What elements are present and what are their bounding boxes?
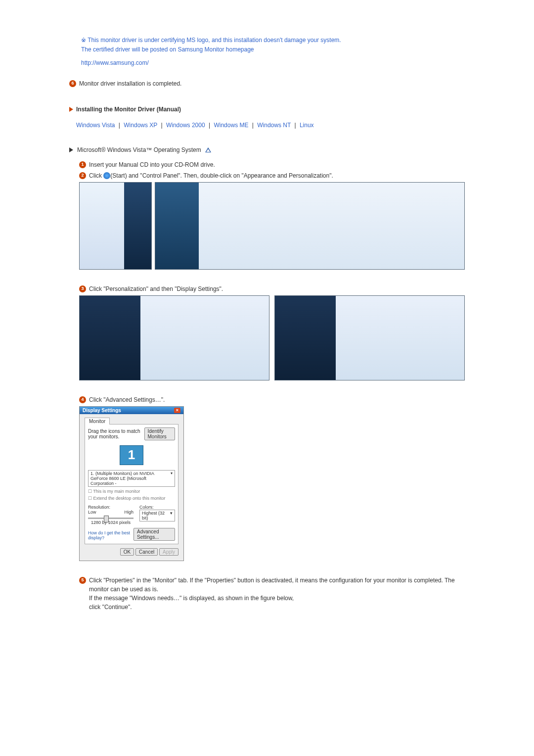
step-5-text: Click "Properties" in the "Monitor" tab.… bbox=[89, 576, 465, 612]
dialog-titlebar: Display Settings × bbox=[80, 407, 183, 414]
step-number-3-icon: 3 bbox=[79, 285, 86, 292]
appearance-screenshot bbox=[79, 295, 269, 380]
cancel-button[interactable]: Cancel bbox=[135, 548, 158, 556]
step-1-text: Insert your Manual CD into your CD-ROM d… bbox=[89, 160, 465, 169]
os-subheader: Microsoft® Windows Vista™ Operating Syst… bbox=[77, 146, 201, 153]
resolution-value: 1280 by 1024 pixels bbox=[88, 520, 134, 525]
apply-button[interactable]: Apply bbox=[159, 548, 178, 556]
os-link-row: Windows Vista | Windows XP | Windows 200… bbox=[76, 122, 465, 129]
extend-desktop-checkbox[interactable]: ☐ Extend the desktop onto this monitor bbox=[88, 496, 175, 501]
notice-marker: ※ bbox=[81, 37, 86, 44]
step-number-5-icon: 5 bbox=[79, 577, 86, 584]
step-number-6-icon: 6 bbox=[69, 80, 76, 87]
link-linux[interactable]: Linux bbox=[300, 122, 314, 129]
dialog-title-text: Display Settings bbox=[83, 408, 121, 413]
colors-label: Colors: bbox=[139, 505, 175, 510]
control-panel-screenshots bbox=[79, 182, 465, 270]
link-windows-vista[interactable]: Windows Vista bbox=[76, 122, 115, 129]
ok-button[interactable]: OK bbox=[120, 548, 134, 556]
triangle-icon bbox=[205, 147, 211, 152]
control-panel-screenshot bbox=[155, 182, 465, 270]
samsung-homepage-link[interactable]: http://www.samsung.com/ bbox=[81, 58, 465, 68]
link-windows-xp[interactable]: Windows XP bbox=[124, 122, 157, 129]
link-windows-me[interactable]: Windows ME bbox=[214, 122, 248, 129]
close-icon[interactable]: × bbox=[174, 408, 180, 413]
link-windows-2000[interactable]: Windows 2000 bbox=[166, 122, 205, 129]
main-monitor-checkbox[interactable]: ☐ This is my main monitor bbox=[88, 489, 175, 494]
colors-select[interactable]: Highest (32 bit)▾ bbox=[139, 510, 175, 521]
certification-notice: ※ This monitor driver is under certifyin… bbox=[81, 36, 465, 68]
resolution-slider[interactable] bbox=[88, 518, 134, 519]
advanced-settings-button[interactable]: Advanced Settings... bbox=[134, 528, 175, 541]
play-arrow-icon bbox=[69, 147, 73, 152]
start-orb-icon bbox=[103, 172, 110, 179]
chevron-down-icon: ▾ bbox=[171, 471, 173, 486]
personalization-screenshot bbox=[274, 295, 465, 380]
step-3-text: Click "Personalization" and then "Displa… bbox=[89, 284, 465, 293]
step-6-text: Monitor driver installation is completed… bbox=[79, 79, 465, 88]
start-menu-screenshot bbox=[79, 182, 152, 270]
step-number-4-icon: 4 bbox=[79, 396, 86, 403]
identify-monitors-button[interactable]: Identify Monitors bbox=[144, 427, 176, 440]
best-display-link[interactable]: How do I get the best display? bbox=[88, 530, 134, 540]
monitor-tab[interactable]: Monitor bbox=[85, 418, 110, 425]
section-arrow-icon bbox=[69, 107, 73, 112]
notice-line-2: The certified driver will be posted on S… bbox=[81, 46, 254, 53]
notice-line-1: This monitor driver is under certifying … bbox=[88, 37, 341, 44]
monitor-preview[interactable]: 1 bbox=[120, 445, 143, 465]
chevron-down-icon: ▾ bbox=[170, 511, 173, 520]
monitor-select[interactable]: 1. (Multiple Monitors) on NVIDIA GeForce… bbox=[88, 470, 175, 487]
step-2-text: Click (Start) and "Control Panel". Then,… bbox=[89, 171, 465, 180]
drag-instruction: Drag the icons to match your monitors. bbox=[88, 428, 144, 439]
step-number-2-icon: 2 bbox=[79, 172, 86, 179]
section-title: Installing the Monitor Driver (Manual) bbox=[76, 106, 181, 113]
step-4-text: Click "Advanced Settings…". bbox=[89, 395, 465, 404]
step-number-1-icon: 1 bbox=[79, 161, 86, 168]
link-windows-nt[interactable]: Windows NT bbox=[257, 122, 291, 129]
resolution-label: Resolution: bbox=[88, 505, 134, 510]
personalization-screenshots bbox=[79, 295, 465, 380]
display-settings-dialog: Display Settings × Monitor Drag the icon… bbox=[79, 406, 184, 561]
